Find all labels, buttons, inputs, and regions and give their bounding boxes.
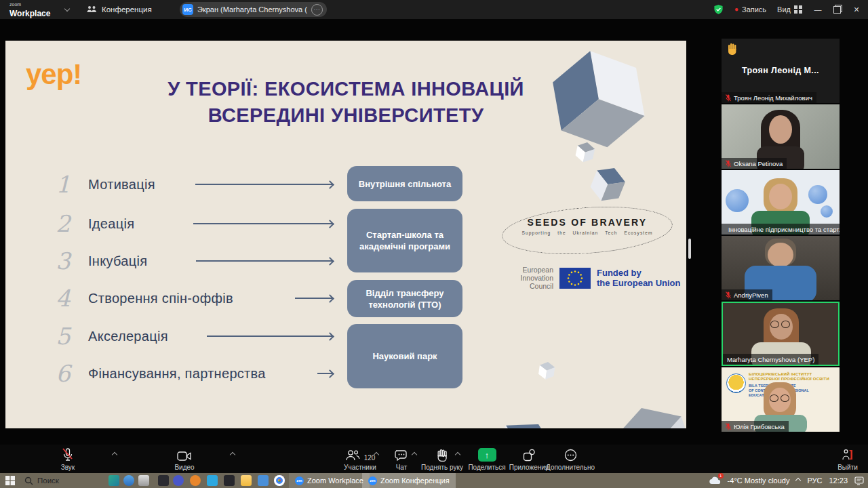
step-row: 1 Мотивація <box>47 171 155 198</box>
step-row: 4 Створення спін-оффів <box>47 285 233 312</box>
slide-title: У ТЕОРІЇ: ЕКОСИСТЕМА ІННОВАЦІЙ ВСЕРЕДИНІ… <box>5 76 686 129</box>
audio-options-chevron[interactable] <box>112 452 117 458</box>
tab-meeting-label: Конференция <box>102 5 152 14</box>
video-options-chevron[interactable] <box>230 452 235 458</box>
close-button[interactable]: ✕ <box>852 5 861 14</box>
share-screen-icon: ↑ <box>478 448 496 462</box>
search-icon <box>24 476 33 485</box>
participant-name: Marharyta Chernyshova (YEP) <box>727 356 814 363</box>
language-indicator[interactable]: РУС <box>807 476 822 485</box>
participant-video <box>769 184 792 209</box>
minimize-button[interactable]: — <box>813 5 823 14</box>
zoom-workplace-logo: zoom Workplace <box>9 2 50 18</box>
action-center-icon[interactable] <box>854 476 864 485</box>
zoom-meeting-window: zoom Workplace Конференция ИС Экран (Mar… <box>0 0 868 488</box>
participant-video <box>769 115 792 144</box>
security-shield-icon[interactable] <box>713 4 724 15</box>
video-button[interactable]: Видео <box>156 448 213 471</box>
step-row: 5 Акселерація <box>47 323 168 350</box>
funded-by-label: Funded by the European Union <box>597 268 681 288</box>
chevron-down-icon[interactable] <box>64 6 70 12</box>
arrow-icon <box>317 373 332 374</box>
shared-screen-label: Экран (Marharyta Chernyshova ( <box>197 5 307 14</box>
ecosystem-box: Науковий парк <box>347 324 462 388</box>
participant-tile-troyan[interactable]: Троян Леонід М... Троян Леонід Михайлови… <box>722 39 840 103</box>
step-label: Акселерація <box>88 329 168 344</box>
chat-label: Чат <box>396 464 408 471</box>
file-explorer-icon[interactable] <box>241 475 252 486</box>
eic-label: European Innovation Council <box>509 266 553 290</box>
participant-tile-piven[interactable]: AndriyPiven <box>722 236 840 300</box>
app-icon-5[interactable] <box>173 475 184 486</box>
windows-taskbar: Поиск zm Zoom Workplace zm Zoom Конферен… <box>0 473 868 488</box>
app-icon-4[interactable] <box>158 475 169 486</box>
weather-label[interactable]: -4°C Mostly cloudy <box>728 476 790 485</box>
more-button[interactable]: Дополнительно <box>542 448 599 471</box>
tray-expand-chevron[interactable] <box>795 478 801 483</box>
step-label: Інкубація <box>88 253 147 269</box>
view-button[interactable]: Вид <box>777 5 802 14</box>
taskbar-search[interactable]: Поиск <box>24 473 59 488</box>
participant-tile-hrybovska[interactable]: БІЛОЦЕРКІВСЬКИЙ ІНСТИТУТ НЕПЕРЕРВНОЇ ПРО… <box>722 367 840 432</box>
audio-button[interactable]: Звук <box>39 448 96 471</box>
chat-icon <box>395 449 408 462</box>
start-button[interactable] <box>5 473 15 488</box>
participant-tile-innovation[interactable]: Інноваційне підприємництво та старт... <box>722 170 840 235</box>
participant-tile-petinova[interactable]: Oksana Petinova <box>722 104 840 169</box>
clock[interactable]: 12:23 <box>829 476 848 485</box>
slide-title-line1: У ТЕОРІЇ: ЕКОСИСТЕМА ІННОВАЦІЙ <box>5 76 686 102</box>
step-number: 4 <box>47 285 79 312</box>
glasses-shape <box>781 394 789 402</box>
raised-hand-icon <box>727 43 738 58</box>
app-icon-6[interactable] <box>190 475 201 486</box>
taskbar-window-zoom-meeting[interactable]: zm Zoom Конференция <box>362 473 456 488</box>
seeds-title: SEEDS OF BRAVERY <box>509 217 666 228</box>
arrow-icon <box>295 298 332 299</box>
arrow-icon <box>207 336 332 337</box>
participant-tile-chernyshova-speaking[interactable]: Marharyta Chernyshova (YEP) <box>722 302 840 366</box>
search-label: Поиск <box>37 476 59 485</box>
muted-mic-icon <box>726 423 731 430</box>
participant-name-chip: Інноваційне підприємництво та старт... <box>722 224 840 235</box>
participants-icon <box>345 449 360 462</box>
app-icon-3[interactable] <box>138 475 149 486</box>
seeds-subtitle: Supporting the Ukrainian Tech Ecosystem <box>509 230 666 235</box>
chrome-icon[interactable] <box>274 475 285 486</box>
participant-video <box>768 243 793 267</box>
app-icon-7[interactable] <box>207 475 218 486</box>
restore-button[interactable] <box>833 6 841 14</box>
step-number: 1 <box>47 171 79 198</box>
muted-mic-icon <box>726 291 731 299</box>
shared-screen-slide: yep! У ТЕОРІЇ: ЕКОСИСТЕМА ІННОВАЦІЙ ВСЕР… <box>5 41 686 428</box>
muted-mic-icon <box>726 94 731 102</box>
sidebar-scrollbar[interactable] <box>688 239 691 259</box>
app-icon-8[interactable] <box>224 475 235 486</box>
grid-view-icon <box>794 5 802 14</box>
taskbar-window-zoom-workplace[interactable]: zm Zoom Workplace <box>289 473 370 488</box>
arrow-icon <box>193 223 332 224</box>
ecosystem-box: Внутрішня спільнота <box>347 166 462 201</box>
tab-meeting[interactable]: Конференция <box>87 0 152 19</box>
raise-hand-icon <box>437 449 448 462</box>
app-icon-1[interactable] <box>108 475 119 486</box>
leave-label: Выйти <box>837 464 858 471</box>
funded-line2: the European Union <box>597 278 681 288</box>
leave-button[interactable]: Выйти <box>819 448 868 471</box>
step-number: 2 <box>47 210 79 237</box>
app-icon-10[interactable] <box>258 475 269 486</box>
tab-shared-screen[interactable]: ИС Экран (Marharyta Chernyshova ( ··· <box>180 2 327 17</box>
ecosystem-box: Відділ трансферу технологій (ТТО) <box>347 280 462 317</box>
window-label: Zoom Конференция <box>380 476 450 485</box>
tab-more-icon[interactable]: ··· <box>311 4 323 16</box>
slide-title-line2: ВСЕРЕДИНІ УНІВЕРСИТЕТУ <box>5 102 686 129</box>
meeting-toolbar: Звук Видео 120 Участники Чат <box>0 445 868 473</box>
camera-icon <box>177 451 192 462</box>
app-icon-2[interactable] <box>123 475 134 486</box>
funded-line1: Funded by <box>597 268 681 278</box>
weather-icon[interactable]: 1 <box>709 476 721 486</box>
more-icon <box>564 449 577 462</box>
participants-label: Участники <box>344 464 376 471</box>
shared-screen-badge: ИС <box>182 4 193 15</box>
participant-name-chip: Троян Леонід Михайлович <box>722 92 816 103</box>
banner-line: БІЛОЦЕРКІВСЬКИЙ ІНСТИТУТ <box>749 372 829 377</box>
